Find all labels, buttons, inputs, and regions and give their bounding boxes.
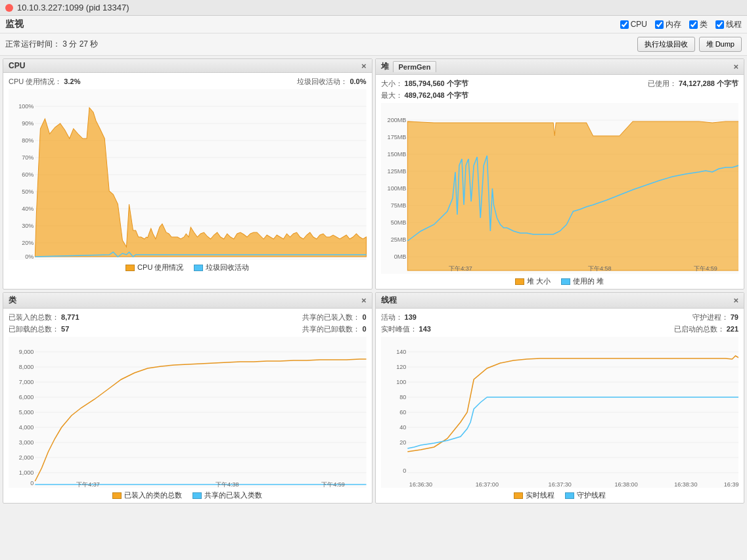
uptime-label: 正常运行时间： xyxy=(5,39,60,49)
thread-panel-title: 线程 xyxy=(381,295,397,306)
daemon-thread-legend-color xyxy=(565,492,574,499)
svg-text:1,000: 1,000 xyxy=(19,469,34,476)
heap-stats-row: 大小： 185,794,560 个字节 已使用： 74,127,288 个字节 xyxy=(381,79,739,89)
heap-used-legend-label: 使用的 堆 xyxy=(573,276,604,286)
thread-checkbox[interactable]: 线程 xyxy=(715,19,742,30)
panels-grid: CPU × CPU 使用情况： 3.2% 垃圾回收活动： 0.0% xyxy=(0,56,747,506)
cpu-panel-close[interactable]: × xyxy=(361,62,367,70)
action-buttons: 执行垃圾回收 堆 Dump xyxy=(637,37,742,52)
cpu-panel-content: CPU 使用情况： 3.2% 垃圾回收活动： 0.0% xyxy=(3,73,372,275)
heap-panel-close[interactable]: × xyxy=(733,62,738,71)
svg-text:0: 0 xyxy=(403,467,406,474)
heap-legend: 堆 大小 使用的 堆 xyxy=(381,274,739,289)
svg-text:2,000: 2,000 xyxy=(19,454,34,461)
live-thread-legend-label: 实时线程 xyxy=(526,490,555,500)
shared-legend-label: 共享的已装入类数 xyxy=(204,490,262,500)
class-panel-title: 类 xyxy=(9,295,16,306)
class-panel-content: 已装入的总数： 8,771 共享的已装入数： 0 已卸载的总数： 57 共享的已… xyxy=(3,309,372,503)
svg-text:16:37:00: 16:37:00 xyxy=(475,481,498,488)
svg-text:0%: 0% xyxy=(25,253,34,260)
svg-text:100MB: 100MB xyxy=(387,185,406,192)
gc-button[interactable]: 执行垃圾回收 xyxy=(637,37,695,52)
svg-text:20: 20 xyxy=(399,439,406,446)
cpu-checkbox[interactable]: CPU xyxy=(620,20,647,29)
active-threads-stat: 活动： 139 xyxy=(381,312,417,322)
class-legend: 已装入的类的总数 共享的已装入类数 xyxy=(9,488,367,503)
heap-panel: 堆 PermGen × 大小： 185,794,560 个字节 已使用： 74,… xyxy=(375,58,745,290)
heap-dump-button[interactable]: 堆 Dump xyxy=(699,37,742,52)
svg-text:6,000: 6,000 xyxy=(19,394,34,400)
svg-text:60%: 60% xyxy=(22,171,34,178)
svg-text:80: 80 xyxy=(399,394,406,400)
loaded-total-stat: 已装入的总数： 8,771 xyxy=(9,312,79,322)
svg-text:下午4:37: 下午4:37 xyxy=(76,481,100,488)
gc-legend: 垃圾回收活动 xyxy=(194,263,249,272)
uptime-value: 3 分 27 秒 xyxy=(62,39,98,49)
cpu-usage-legend-label: CPU 使用情况 xyxy=(137,263,183,272)
gc-activity-stat: 垃圾回收活动： 0.0% xyxy=(297,77,366,87)
svg-text:70%: 70% xyxy=(22,154,34,161)
svg-text:40: 40 xyxy=(399,424,406,431)
monitor-label: 监视 xyxy=(5,18,24,30)
cpu-legend: CPU 使用情况 垃圾回收活动 xyxy=(9,260,367,275)
loaded-total-legend: 已装入的类的总数 xyxy=(112,490,182,500)
cpu-panel-title: CPU xyxy=(9,61,25,70)
class-stats-row: 已装入的总数： 8,771 共享的已装入数： 0 xyxy=(9,312,367,322)
memory-checkbox[interactable]: 内存 xyxy=(655,19,681,30)
heap-used-stat: 已使用： 74,127,288 个字节 xyxy=(648,79,738,89)
svg-text:40%: 40% xyxy=(22,205,34,212)
svg-text:175MB: 175MB xyxy=(387,134,406,140)
thread-legend: 实时线程 守护线程 xyxy=(381,488,739,503)
svg-text:0: 0 xyxy=(30,480,34,486)
svg-text:下午4:38: 下午4:38 xyxy=(215,481,239,488)
svg-text:50%: 50% xyxy=(22,188,34,195)
heap-used-legend: 使用的 堆 xyxy=(561,276,604,286)
svg-text:16:37:30: 16:37:30 xyxy=(548,481,571,488)
shared-unloaded-stat: 共享的已卸载数： 0 xyxy=(302,324,366,334)
class-panel-close[interactable]: × xyxy=(361,296,367,305)
svg-text:9,000: 9,000 xyxy=(19,349,34,355)
svg-marker-48 xyxy=(407,121,738,270)
loaded-legend-color xyxy=(112,492,122,499)
heap-permgen-tab[interactable]: PermGen xyxy=(393,61,437,72)
svg-text:3,000: 3,000 xyxy=(19,439,34,446)
heap-used-legend-color xyxy=(561,278,570,285)
class-panel-header: 类 × xyxy=(3,293,372,309)
live-thread-legend: 实时线程 xyxy=(514,490,555,500)
thread-panel-content: 活动： 139 守护进程： 79 实时峰值： 143 已启动的总数： 221 xyxy=(376,309,744,503)
svg-text:200MB: 200MB xyxy=(387,117,406,123)
svg-text:120: 120 xyxy=(396,364,406,370)
thread-panel-close[interactable]: × xyxy=(733,296,738,305)
uptime-display: 正常运行时间： 3 分 27 秒 xyxy=(5,39,98,50)
svg-text:16:38:30: 16:38:30 xyxy=(674,481,697,488)
shared-loaded-stat: 共享的已装入数： 0 xyxy=(302,312,366,322)
class-chart-svg: 9,000 8,000 7,000 6,000 5,000 4,000 3,00… xyxy=(9,337,367,488)
thread-panel-header: 线程 × xyxy=(376,293,744,309)
cpu-usage-legend-color xyxy=(125,265,135,271)
svg-text:4,000: 4,000 xyxy=(19,424,34,431)
gc-legend-color xyxy=(194,265,203,271)
thread-stats-row: 活动： 139 守护进程： 79 xyxy=(381,312,739,322)
thread-panel: 线程 × 活动： 139 守护进程： 79 实时峰值： 143 xyxy=(375,292,745,504)
svg-text:16:39:00: 16:39:00 xyxy=(723,481,738,488)
unloaded-total-stat: 已卸载的总数： 57 xyxy=(9,324,69,334)
heap-panel-content: 大小： 185,794,560 个字节 已使用： 74,127,288 个字节 … xyxy=(376,75,744,289)
svg-text:25MB: 25MB xyxy=(390,236,406,243)
peak-threads-stat: 实时峰值： 143 xyxy=(381,324,431,334)
shared-legend-color xyxy=(192,492,202,499)
heap-size-legend-label: 堆 大小 xyxy=(527,276,551,286)
svg-text:140: 140 xyxy=(396,349,406,355)
top-bar: 监视 CPU 内存 类 线程 xyxy=(0,16,747,33)
heap-header-left: 堆 PermGen xyxy=(381,61,437,72)
thread-chart: 140 120 100 80 60 40 20 0 16:36:30 16:37… xyxy=(381,337,739,488)
gc-legend-label: 垃圾回收活动 xyxy=(206,263,249,272)
total-started-stat: 已启动的总数： 221 xyxy=(674,324,738,334)
svg-text:下午4:59: 下午4:59 xyxy=(321,481,345,488)
svg-text:30%: 30% xyxy=(22,223,34,229)
svg-text:16:38:00: 16:38:00 xyxy=(614,481,637,488)
cpu-panel-header: CPU × xyxy=(3,59,372,73)
class-checkbox[interactable]: 类 xyxy=(689,19,708,30)
window-close-icon[interactable] xyxy=(5,4,13,12)
svg-text:90%: 90% xyxy=(22,120,34,127)
svg-text:100%: 100% xyxy=(18,103,34,110)
